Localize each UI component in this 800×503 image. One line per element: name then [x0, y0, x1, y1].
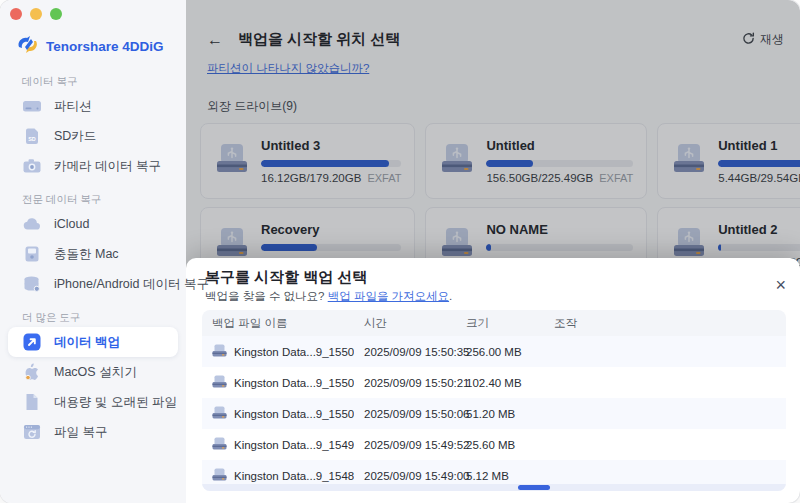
sidebar-item[interactable]: SD SD카드 [0, 121, 186, 151]
backup-size: 51.20 MB [456, 408, 544, 420]
backup-row[interactable]: Kingston Data...9_154945.dmg 2025/09/09 … [202, 429, 786, 460]
backup-size: 25.60 MB [456, 439, 544, 451]
brand-name: Tenorshare 4DDiG [46, 39, 164, 54]
sidebar-item-label: 대용량 및 오래된 파일 [54, 394, 177, 411]
svg-text:SD: SD [28, 136, 36, 142]
column-size: 크기 [456, 316, 544, 331]
sidebar-item-label: SD카드 [54, 128, 96, 145]
backup-file-name: Kingston Data...9_154855.dmg [234, 470, 354, 482]
close-window-button[interactable] [10, 8, 22, 20]
horizontal-scrollbar[interactable] [202, 484, 786, 491]
app-logo: Tenorshare 4DDiG [16, 34, 186, 59]
sidebar-item[interactable]: 대용량 및 오래된 파일 [0, 387, 186, 417]
sidebar-group-more-tools: 데이터 백업 MacOS 설치기 대용량 및 오래된 파일 파일 복구 [0, 327, 186, 447]
crashed-mac-icon [22, 244, 42, 264]
file-restore-icon [22, 422, 42, 442]
backup-row[interactable]: Kingston Data...9_155029.dmg 2025/09/09 … [202, 336, 786, 367]
partition-drive-icon [22, 96, 42, 116]
sidebar-item-label: MacOS 설치기 [54, 364, 137, 381]
backup-table: 백업 파일 이름 시간 크기 조작 [202, 310, 786, 491]
sidebar-section-label-more-tools: 더 많은 도구 [22, 311, 186, 325]
sidebar-section-label-pro-recovery: 전문 데이터 복구 [22, 193, 186, 207]
data-backup-icon [22, 332, 42, 352]
column-backup-file-name: 백업 파일 이름 [202, 316, 354, 331]
sidebar-item-label: iPhone/Android 데이터 복구 [54, 276, 209, 293]
column-time: 시간 [354, 316, 456, 331]
backup-file-name: Kingston Data...9_155001.dmg [234, 408, 354, 420]
drive-icon [212, 437, 227, 452]
scrollbar-thumb[interactable] [518, 485, 550, 490]
backup-time: 2025/09/09 15:49:52 [354, 439, 456, 451]
sidebar-item-label: 카메라 데이터 복구 [54, 158, 161, 175]
import-backup-link[interactable]: 백업 파일을 가져오세요 [328, 290, 449, 302]
drive-icon [212, 406, 227, 421]
modal-title: 복구를 시작할 백업 선택 [205, 268, 760, 285]
sidebar: Tenorshare 4DDiG 데이터 복구 파티션 SD SD카드 카메라 … [0, 0, 186, 503]
sidebar-item-label: 충돌한 Mac [54, 246, 119, 263]
cloud-icon [22, 214, 42, 234]
large-file-icon [22, 392, 42, 412]
backup-size: 5.12 MB [456, 470, 544, 482]
backup-time: 2025/09/09 15:50:35 [354, 346, 456, 358]
drive-icon [212, 344, 227, 359]
sidebar-item[interactable]: 카메라 데이터 복구 [0, 151, 186, 181]
modal-subtitle: 백업을 찾을 수 없나요? 백업 파일을 가져오세요. [205, 289, 760, 304]
drive-icon [212, 468, 227, 483]
backup-table-header: 백업 파일 이름 시간 크기 조작 [202, 310, 786, 336]
backup-size: 256.00 MB [456, 346, 544, 358]
backup-row[interactable]: Kingston Data...9_155001.dmg 2025/09/09 … [202, 398, 786, 429]
backup-file-name: Kingston Data...9_155015.dmg [234, 377, 354, 389]
sidebar-item[interactable]: 충돌한 Mac [0, 239, 186, 269]
sidebar-section-label-data-recovery: 데이터 복구 [22, 75, 186, 89]
backup-time: 2025/09/09 15:49:00 [354, 470, 456, 482]
backup-table-rows: Kingston Data...9_155029.dmg 2025/09/09 … [202, 336, 786, 491]
backup-time: 2025/09/09 15:50:21 [354, 377, 456, 389]
backup-select-modal: 복구를 시작할 백업 선택 백업을 찾을 수 없나요? 백업 파일을 가져오세요… [186, 258, 800, 503]
sidebar-item[interactable]: 파일 복구 [0, 417, 186, 447]
sidebar-item-label: 파일 복구 [54, 424, 107, 441]
sidebar-item-label: 파티션 [54, 98, 92, 115]
sidebar-item[interactable]: iCloud [0, 209, 186, 239]
sidebar-group-data-recovery: 파티션 SD SD카드 카메라 데이터 복구 [0, 91, 186, 181]
sidebar-item[interactable]: iPhone/Android 데이터 복구 [0, 269, 186, 299]
sidebar-item-label: 데이터 백업 [54, 334, 120, 351]
camera-icon [22, 156, 42, 176]
zoom-window-button[interactable] [50, 8, 62, 20]
app-window: Tenorshare 4DDiG 데이터 복구 파티션 SD SD카드 카메라 … [0, 0, 800, 503]
modal-subtitle-text: 백업을 찾을 수 없나요? [205, 290, 328, 302]
modal-subtitle-period: . [449, 290, 452, 302]
sidebar-item-label: iCloud [54, 217, 89, 231]
backup-size: 102.40 MB [456, 377, 544, 389]
drive-icon [212, 375, 227, 390]
mobile-data-icon [22, 274, 42, 294]
sidebar-item[interactable]: MacOS 설치기 [0, 357, 186, 387]
window-controls [0, 0, 186, 20]
sidebar-item[interactable]: 데이터 백업 [8, 327, 178, 357]
minimize-window-button[interactable] [30, 8, 42, 20]
brand-logo-icon [16, 34, 40, 59]
apple-icon [22, 362, 42, 382]
backup-file-name: Kingston Data...9_155029.dmg [234, 346, 354, 358]
column-operation: 조작 [544, 316, 786, 331]
sd-card-icon: SD [22, 126, 42, 146]
close-icon[interactable]: × [775, 276, 786, 294]
backup-time: 2025/09/09 15:50:06 [354, 408, 456, 420]
backup-row[interactable]: Kingston Data...9_155015.dmg 2025/09/09 … [202, 367, 786, 398]
backup-file-name: Kingston Data...9_154945.dmg [234, 439, 354, 451]
sidebar-group-pro-recovery: iCloud 충돌한 Mac iPhone/Android 데이터 복구 [0, 209, 186, 299]
sidebar-item[interactable]: 파티션 [0, 91, 186, 121]
main-pane: ← 백업을 시작할 위치 선택 재생 파티션이 나타나지 않았습니까? 외장 드… [186, 0, 800, 503]
